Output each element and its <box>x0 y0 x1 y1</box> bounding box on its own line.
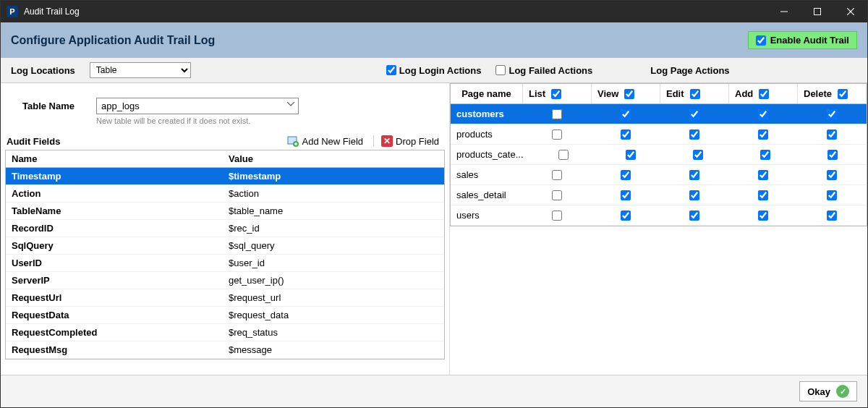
page-list-checkbox[interactable] <box>552 211 562 221</box>
table-row[interactable]: TableName$table_name <box>6 203 444 220</box>
page-list-cell <box>523 186 592 205</box>
page-edit-checkbox[interactable] <box>689 129 699 140</box>
log-login-checkbox[interactable] <box>386 65 396 75</box>
table-name-label: Table Name <box>22 98 75 111</box>
audit-fields-grid: Name Value Timestamp$timestampAction$act… <box>5 150 445 360</box>
table-row[interactable]: RecordID$rec_id <box>6 220 444 237</box>
page-add-cell <box>732 145 799 164</box>
page-delete-checkbox[interactable] <box>827 190 837 200</box>
table-row[interactable]: RequestMsg$message <box>6 341 444 359</box>
page-title: Configure Application Audit Trail Log <box>11 34 215 47</box>
page-view-checkbox[interactable] <box>626 150 636 160</box>
log-failed-label: Log Failed Actions <box>509 65 592 76</box>
page-view-checkbox[interactable] <box>621 211 631 221</box>
page-header: Configure Application Audit Trail Log En… <box>1 22 867 58</box>
log-failed-actions[interactable]: Log Failed Actions <box>495 65 592 76</box>
page-add-checkbox[interactable] <box>758 190 768 200</box>
audit-fields-header-row: Name Value <box>6 150 444 168</box>
page-list-cell <box>523 105 592 124</box>
log-failed-checkbox[interactable] <box>495 65 506 75</box>
log-login-actions[interactable]: Log Login Actions <box>386 65 482 76</box>
page-col-add[interactable]: Add <box>729 84 798 103</box>
log-login-label: Log Login Actions <box>399 65 482 76</box>
page-delete-checkbox[interactable] <box>827 129 837 140</box>
table-row[interactable]: sales <box>451 165 867 185</box>
page-edit-checkbox[interactable] <box>689 190 699 200</box>
table-row[interactable]: Timestamp$timestamp <box>6 168 444 185</box>
table-row[interactable]: customers <box>451 104 867 124</box>
enable-audit-trail-button[interactable]: Enable Audit Trail <box>748 31 857 49</box>
page-view-checkbox[interactable] <box>621 190 631 200</box>
table-row[interactable]: products_cate... <box>451 145 867 165</box>
page-col-edit-all-checkbox[interactable] <box>690 89 700 99</box>
page-col-delete-all-checkbox[interactable] <box>838 89 848 99</box>
table-row[interactable]: RequestData$request_data <box>6 307 444 324</box>
page-add-checkbox[interactable] <box>758 109 768 119</box>
content: Table Name New table will be created if … <box>1 83 867 375</box>
page-add-checkbox[interactable] <box>758 211 768 221</box>
page-edit-checkbox[interactable] <box>689 109 699 119</box>
page-view-checkbox[interactable] <box>621 170 631 180</box>
table-row[interactable]: RequestUrl$request_url <box>6 289 444 307</box>
table-row[interactable]: sales_detail <box>451 185 867 205</box>
minimize-button[interactable] <box>767 1 801 22</box>
page-edit-checkbox[interactable] <box>689 211 699 221</box>
table-row[interactable]: ServerIPget_user_ip() <box>6 272 444 289</box>
page-list-checkbox[interactable] <box>552 109 562 119</box>
page-view-checkbox[interactable] <box>621 109 631 119</box>
page-view-cell <box>592 125 660 144</box>
add-new-field-button[interactable]: Add New Field <box>280 135 366 147</box>
page-add-checkbox[interactable] <box>758 129 768 140</box>
page-add-cell <box>729 166 798 184</box>
page-edit-checkbox[interactable] <box>693 150 703 160</box>
enable-audit-trail-checkbox[interactable] <box>756 35 766 46</box>
maximize-button[interactable] <box>801 1 834 22</box>
audit-field-value: get_user_ip() <box>223 272 444 289</box>
page-view-checkbox[interactable] <box>621 129 631 140</box>
table-row[interactable]: Action$action <box>6 185 444 203</box>
page-col-add-all-checkbox[interactable] <box>759 89 769 99</box>
audit-field-name: RequestData <box>6 307 223 323</box>
table-row[interactable]: SqlQuery$sql_query <box>6 237 444 255</box>
page-list-checkbox[interactable] <box>552 129 562 140</box>
page-col-delete[interactable]: Delete <box>798 84 867 103</box>
page-add-checkbox[interactable] <box>758 170 768 180</box>
table-row[interactable]: RequestCompleted$req_status <box>6 324 444 341</box>
audit-col-name[interactable]: Name <box>6 150 223 167</box>
page-actions-grid: Page nameListViewEditAddDelete customers… <box>450 83 867 226</box>
page-delete-cell <box>798 206 867 225</box>
page-list-checkbox[interactable] <box>558 150 569 160</box>
page-add-checkbox[interactable] <box>760 150 770 160</box>
close-button[interactable] <box>834 1 867 22</box>
audit-field-name: RequestMsg <box>6 341 223 358</box>
table-row[interactable]: UserID$user_id <box>6 255 444 272</box>
page-list-checkbox[interactable] <box>552 190 562 200</box>
page-col-view[interactable]: View <box>592 84 660 103</box>
page-delete-checkbox[interactable] <box>827 211 837 221</box>
drop-field-button[interactable]: ✕ Drop Field <box>373 135 442 147</box>
page-delete-checkbox[interactable] <box>827 109 837 119</box>
app-window: P Audit Trail Log Configure Application … <box>0 0 868 408</box>
log-locations-select[interactable]: Table <box>90 62 191 78</box>
page-name-cell: products <box>451 124 523 144</box>
table-row[interactable]: products <box>451 124 867 145</box>
log-page-actions-label: Log Page Actions <box>650 65 729 76</box>
page-edit-checkbox[interactable] <box>689 170 699 180</box>
page-view-cell <box>592 166 660 184</box>
page-delete-checkbox[interactable] <box>827 150 838 160</box>
page-col-list-all-checkbox[interactable] <box>551 89 561 99</box>
table-name-input[interactable] <box>96 98 299 114</box>
table-row[interactable]: users <box>451 205 867 226</box>
page-col-edit[interactable]: Edit <box>660 84 729 103</box>
audit-field-name: Action <box>6 185 223 202</box>
page-list-checkbox[interactable] <box>552 170 562 180</box>
page-add-cell <box>729 206 798 225</box>
page-edit-cell <box>660 166 729 184</box>
page-col-view-all-checkbox[interactable] <box>624 89 634 99</box>
audit-col-value[interactable]: Value <box>223 150 444 167</box>
okay-button[interactable]: Okay ✓ <box>799 381 857 401</box>
page-col-list[interactable]: List <box>523 84 592 103</box>
page-delete-cell <box>798 105 867 124</box>
page-name-cell: customers <box>451 104 523 124</box>
page-delete-checkbox[interactable] <box>827 170 837 180</box>
